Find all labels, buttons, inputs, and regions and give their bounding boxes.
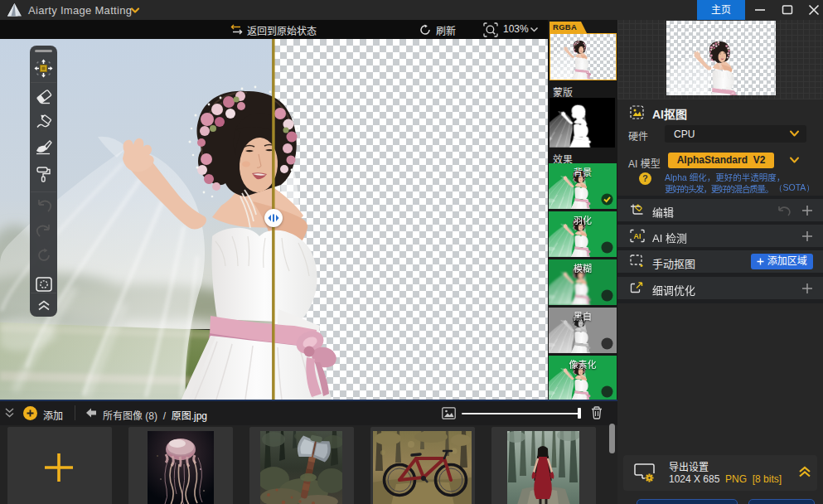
svg-text:AI: AI [634,232,641,240]
